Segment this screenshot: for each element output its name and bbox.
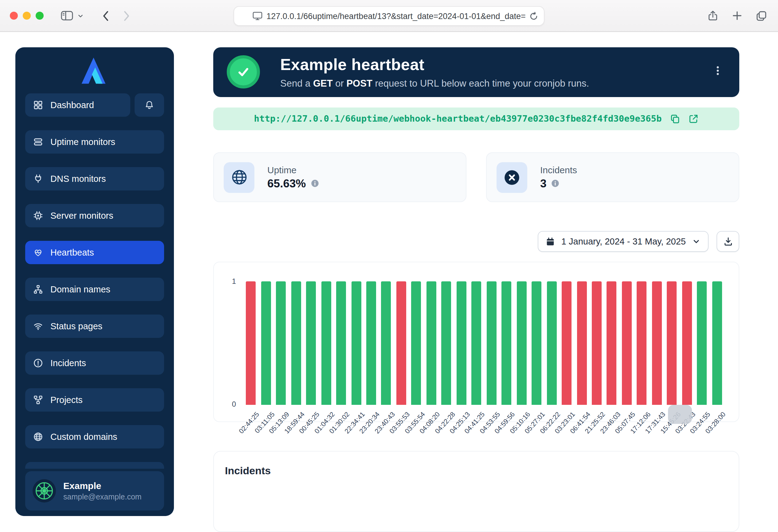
heartbeat-bar-up[interactable] — [486, 281, 496, 405]
heartbeat-bar-up[interactable] — [276, 281, 286, 405]
sidebar-item-heartbeats[interactable]: Heartbeats — [25, 241, 164, 264]
sidebar-item-dashboard[interactable]: Dashboard — [25, 93, 130, 117]
heartbeat-bar-up[interactable] — [442, 281, 451, 405]
sidebar-item-custom-domains[interactable]: Custom domains — [25, 425, 164, 448]
heartbeat-bar-down[interactable] — [652, 281, 662, 405]
incidents-stat-icon — [496, 162, 527, 193]
sidebar-item-dns-monitors[interactable]: DNS monitors — [25, 167, 164, 190]
heartbeat-bar-up[interactable] — [426, 281, 436, 405]
sidebar-item-status-pages[interactable]: Status pages — [25, 315, 164, 338]
sidebar-item-label: Projects — [51, 395, 83, 405]
sidebar-item-label: Incidents — [51, 358, 86, 368]
share-button[interactable] — [707, 10, 718, 21]
heartbeat-bar-up[interactable] — [547, 281, 556, 405]
sidebar-item-projects[interactable]: Projects — [25, 388, 164, 412]
heartbeat-bar-down[interactable] — [667, 281, 677, 405]
overlay-artifact — [668, 405, 692, 424]
open-url-button[interactable] — [688, 114, 698, 124]
sidebar-item-label: Status pages — [51, 321, 102, 331]
incidents-section: Incidents — [213, 451, 739, 532]
more-options-button[interactable] — [712, 66, 723, 79]
heartbeat-bar-down[interactable] — [607, 281, 617, 405]
chart-card: 1 0 02:44:2503:11:0505:13:0918:59:4400:4… — [213, 262, 739, 422]
heartbeat-bar-up[interactable] — [697, 281, 707, 405]
heartbeat-bar-up[interactable] — [457, 281, 466, 405]
heartbeat-bar-down[interactable] — [246, 281, 256, 405]
user-card[interactable]: Example sample@example.com — [25, 471, 164, 511]
copy-url-button[interactable] — [670, 114, 680, 124]
chart-x-labels: 02:44:2503:11:0505:13:0918:59:4400:45:25… — [243, 405, 724, 449]
notifications-button[interactable] — [135, 93, 164, 117]
heartbeat-bar-up[interactable] — [261, 281, 271, 405]
close-window-button[interactable] — [10, 12, 18, 20]
sidebar-item-uptime-monitors[interactable]: Uptime monitors — [25, 130, 164, 154]
browser-toolbar: 127.0.0.1/66uptime/heartbeat/13?&start_d… — [0, 0, 778, 32]
heartbeat-bar-up[interactable] — [517, 281, 526, 405]
forward-button[interactable] — [124, 10, 130, 21]
sidebar-item-domain-names[interactable]: Domain names — [25, 278, 164, 301]
sidebar-nav: DashboardUptime monitorsDNS monitorsServ… — [25, 93, 164, 448]
incidents-heading: Incidents — [225, 465, 271, 476]
minimize-window-button[interactable] — [23, 12, 31, 20]
user-name: Example — [63, 480, 142, 491]
heartbeat-header-card: Example heartbeat Send a GET or POST req… — [213, 47, 739, 97]
uptime-info-icon[interactable] — [311, 179, 319, 187]
globe-stat-icon — [224, 162, 254, 193]
sidebar-item-label: Domain names — [51, 284, 110, 294]
heartbeat-bar-up[interactable] — [532, 281, 541, 405]
heartbeat-bar-down[interactable] — [682, 281, 692, 405]
incidents-card: Incidents 3 — [486, 152, 739, 202]
show-tabs-button[interactable] — [756, 10, 767, 21]
heartbeat-bar-up[interactable] — [291, 281, 301, 405]
bars-icon — [33, 137, 43, 147]
window-controls — [10, 12, 44, 20]
heartbeat-bar-down[interactable] — [562, 281, 571, 405]
download-button[interactable] — [716, 231, 739, 252]
app-logo[interactable] — [25, 56, 164, 85]
user-email: sample@example.com — [63, 493, 142, 501]
app-content: DashboardUptime monitorsDNS monitorsServ… — [0, 32, 778, 532]
sidebar-footer: Example sample@example.com — [15, 469, 174, 516]
uptime-card: Uptime 65.63% — [213, 152, 466, 202]
address-bar[interactable]: 127.0.0.1/66uptime/heartbeat/13?&start_d… — [234, 6, 544, 26]
zoom-window-button[interactable] — [35, 12, 44, 20]
heartbeat-bar-up[interactable] — [472, 281, 481, 405]
project-icon — [33, 395, 43, 405]
heartbeat-bar-up[interactable] — [501, 281, 511, 405]
heartbeat-bar-down[interactable] — [396, 281, 406, 405]
sidebar-item-label: Server monitors — [51, 211, 113, 220]
page-subtitle: Send a GET or POST request to URL below … — [280, 78, 589, 89]
heartbeat-bar-up[interactable] — [712, 281, 722, 405]
new-tab-button[interactable] — [732, 10, 743, 21]
heartbeat-bar-up[interactable] — [336, 281, 346, 405]
stats-row: Uptime 65.63% Incidents 3 — [213, 152, 739, 202]
toolbar-chevron-down-icon[interactable] — [77, 13, 84, 19]
sidebar-toggle-button[interactable] — [61, 10, 73, 21]
globe-icon — [33, 432, 43, 442]
incidents-info-icon[interactable] — [552, 179, 559, 187]
heartbeat-bar-up[interactable] — [321, 281, 331, 405]
heartbeat-bar-up[interactable] — [381, 281, 391, 405]
sidebar: DashboardUptime monitorsDNS monitorsServ… — [15, 47, 174, 516]
heartbeat-bar-down[interactable] — [577, 281, 587, 405]
incidents-label: Incidents — [540, 164, 577, 175]
heartbeat-bar-down[interactable] — [622, 281, 632, 405]
sidebar-item-incidents[interactable]: Incidents — [25, 351, 164, 375]
heartbeat-bar-up[interactable] — [351, 281, 361, 405]
cpu-icon — [33, 211, 43, 220]
main-content: Example heartbeat Send a GET or POST req… — [213, 47, 739, 532]
heartbeat-bar-down[interactable] — [592, 281, 602, 405]
heartbeat-bar-up[interactable] — [306, 281, 316, 405]
date-range-button[interactable]: 1 January, 2024 - 31 May, 2025 — [538, 231, 709, 252]
heartbeat-icon — [33, 248, 43, 257]
heartbeat-bar-up[interactable] — [411, 281, 421, 405]
date-range-label: 1 January, 2024 - 31 May, 2025 — [561, 237, 686, 246]
y-axis-label-top: 1 — [225, 277, 236, 286]
reload-button[interactable] — [529, 12, 538, 21]
bell-icon — [144, 100, 154, 110]
heartbeat-bar-up[interactable] — [366, 281, 376, 405]
back-button[interactable] — [102, 10, 109, 21]
heartbeat-bar-down[interactable] — [637, 281, 647, 405]
sitemap-icon — [33, 284, 43, 294]
sidebar-item-server-monitors[interactable]: Server monitors — [25, 204, 164, 227]
